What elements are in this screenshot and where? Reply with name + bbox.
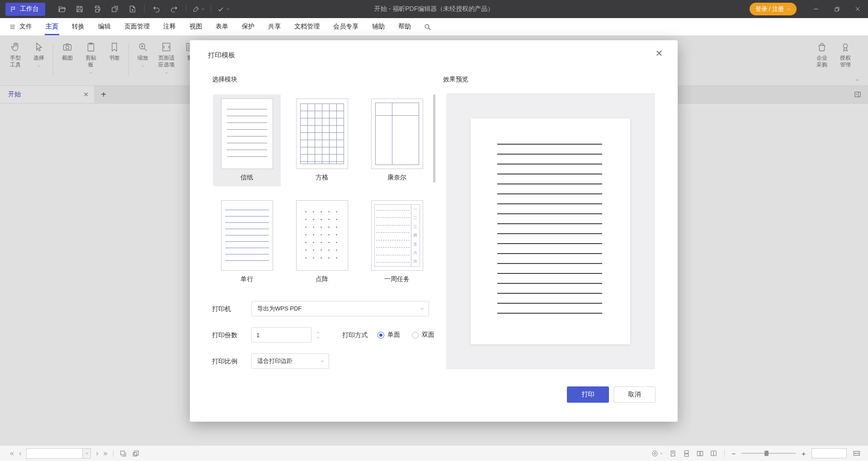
page-dropdown-button[interactable]	[82, 449, 90, 458]
redo-icon	[170, 5, 178, 13]
minimize-button[interactable]	[806, 0, 826, 18]
radio-dot	[377, 332, 384, 339]
facing-page-button[interactable]	[696, 450, 704, 457]
stepper-down-icon	[316, 336, 320, 339]
statusbar: « ‹ › » − +	[0, 445, 868, 461]
statusbar-separator	[113, 450, 113, 457]
cornell-thumbnail	[371, 99, 423, 169]
template-card-grid[interactable]: 方格	[288, 94, 356, 186]
template-scrollbar[interactable]	[433, 94, 435, 183]
dot-grid-thumbnail	[296, 200, 348, 271]
copies-stepper[interactable]	[316, 327, 320, 343]
menu-item-doc-manage[interactable]: 文档管理	[288, 18, 326, 35]
new-document-button[interactable]	[125, 3, 140, 15]
menu-item-file[interactable]: 文件	[0, 18, 39, 35]
next-page-button[interactable]: ›	[96, 450, 98, 457]
view-mode-button[interactable]	[651, 450, 663, 457]
titlebar-separator	[144, 5, 145, 13]
login-register-button[interactable]: 登录 / 注册	[750, 3, 797, 15]
save-icon	[75, 5, 84, 13]
zoom-slider[interactable]	[741, 453, 796, 454]
titlebar: 工作台 开始 - 福昕PDF编辑器（未经授权的产品）	[0, 0, 868, 18]
zoom-slider-thumb[interactable]	[764, 451, 769, 456]
menu-item-home[interactable]: 主页	[39, 18, 65, 35]
print-mode-label: 打印方式	[342, 331, 368, 339]
weekly-lines	[375, 205, 411, 266]
printer-select[interactable]: 导出为WPS PDF	[251, 301, 429, 316]
fit-width-button[interactable]	[853, 449, 861, 457]
window-title: 开始 - 福昕PDF编辑器（未经授权的产品）	[374, 5, 494, 13]
copies-label: 打印份数	[212, 331, 237, 339]
printer-icon	[93, 5, 101, 13]
menu-item-view[interactable]: 视图	[183, 18, 209, 35]
maximize-button[interactable]	[826, 0, 847, 18]
book-view-button[interactable]	[710, 450, 717, 457]
menu-item-protect[interactable]: 保护	[235, 18, 261, 35]
chevron-down-icon	[420, 306, 425, 311]
menu-item-edit[interactable]: 编辑	[91, 18, 118, 35]
close-button[interactable]	[847, 0, 868, 18]
copy-button[interactable]	[107, 3, 123, 15]
workspace-label: 工作台	[20, 5, 39, 13]
new-document-icon	[128, 5, 137, 13]
format-brush-button[interactable]	[190, 3, 207, 15]
folder-icon	[58, 5, 66, 14]
prev-page-button[interactable]: ‹	[19, 450, 21, 457]
page-number-box	[26, 448, 91, 459]
stepper-up-icon	[316, 331, 320, 334]
print-button[interactable]: 打印	[567, 386, 609, 403]
single-line-thumbnail	[221, 200, 273, 271]
zoom-out-button[interactable]: −	[731, 450, 736, 457]
copies-input[interactable]	[251, 327, 311, 343]
continuous-page-button[interactable]	[683, 450, 690, 457]
menu-item-form[interactable]: 表单	[209, 18, 235, 35]
search-icon	[424, 23, 431, 31]
dialog-close-button[interactable]: ✕	[653, 47, 665, 59]
menu-item-share[interactable]: 共享	[261, 18, 288, 35]
print-scale-label: 打印比例	[212, 358, 237, 366]
template-card-weekly[interactable]: 一二三四五六日 一周任务	[363, 196, 431, 288]
redo-button[interactable]	[166, 3, 182, 15]
menubar: 文件 主页 转换 编辑 页面管理 注释 视图 表单 保护 共享 文档管理 会员专…	[0, 18, 868, 36]
menu-item-member[interactable]: 会员专享	[326, 18, 365, 35]
first-page-button[interactable]: «	[10, 450, 14, 457]
cancel-button[interactable]: 取消	[613, 386, 656, 403]
zoom-in-button[interactable]: +	[802, 450, 806, 457]
last-page-button[interactable]: »	[104, 450, 108, 457]
page-number-input[interactable]	[27, 449, 82, 458]
menu-item-help[interactable]: 帮助	[392, 18, 418, 35]
template-card-lined[interactable]: 信纸	[213, 94, 281, 186]
menu-search-button[interactable]	[418, 18, 437, 35]
print-scale-select[interactable]: 适合打印边距	[251, 353, 329, 369]
undo-button[interactable]	[149, 3, 164, 15]
menu-item-convert[interactable]: 转换	[65, 18, 91, 35]
duplicate-view-button[interactable]	[132, 450, 140, 457]
check-icon	[217, 5, 225, 13]
workspace-button[interactable]: 工作台	[5, 3, 45, 16]
login-label: 登录 / 注册	[755, 5, 784, 13]
templates-section-label: 选择模块	[212, 75, 237, 84]
menu-item-page-manage[interactable]: 页面管理	[118, 18, 156, 35]
radio-single-sided[interactable]: 单面	[377, 331, 400, 339]
app-window: 工作台 开始 - 福昕PDF编辑器（未经授权的产品）	[0, 0, 868, 461]
single-page-button[interactable]	[669, 450, 677, 457]
template-card-dots[interactable]: 点阵	[288, 196, 356, 288]
menu-item-assist[interactable]: 辅助	[365, 18, 392, 35]
template-card-cornell[interactable]: 康奈尔	[363, 94, 431, 186]
quick-tools-dropdown[interactable]	[215, 3, 231, 15]
radio-dot	[412, 332, 419, 339]
chevron-down-icon	[226, 7, 230, 11]
template-grid: 信纸 方格 康奈尔 单行 点阵	[213, 94, 431, 288]
menu-item-comment[interactable]: 注释	[156, 18, 183, 35]
zoom-level-input[interactable]	[811, 448, 847, 458]
flag-icon	[10, 6, 17, 13]
save-button[interactable]	[72, 3, 87, 15]
snapshot-view-button[interactable]	[119, 450, 127, 457]
print-button[interactable]	[90, 3, 105, 15]
open-file-button[interactable]	[54, 3, 70, 15]
undo-icon	[152, 5, 160, 13]
titlebar-separator	[211, 5, 211, 13]
printer-label: 打印机	[212, 305, 231, 313]
radio-double-sided[interactable]: 双面	[412, 331, 434, 339]
template-card-single-line[interactable]: 单行	[213, 196, 281, 288]
